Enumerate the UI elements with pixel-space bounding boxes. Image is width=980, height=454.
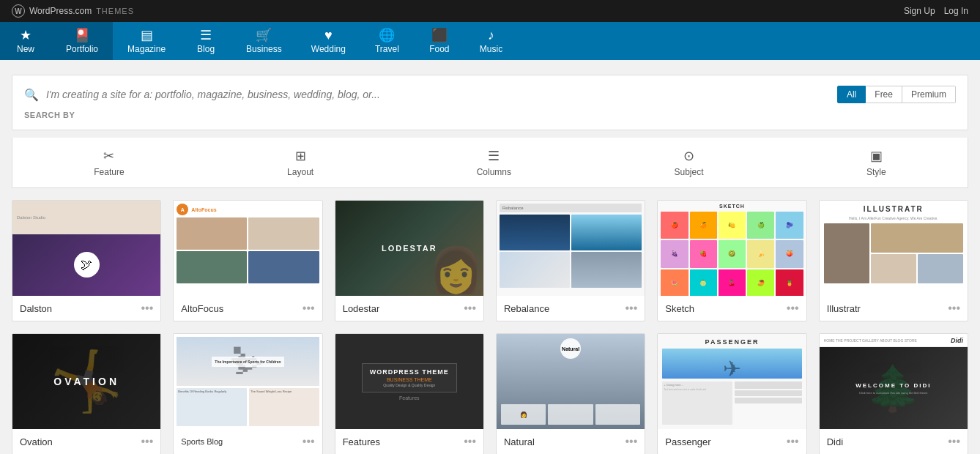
filter-subject-label: Subject (675, 167, 704, 177)
search-area: 🔍 All Free Premium SEARCH BY (12, 75, 968, 130)
style-icon: ▣ (870, 148, 883, 164)
nav-bar: ★ New 🎴 Portfolio ▤ Magazine ☰ Blog 🛒 Bu… (0, 22, 980, 60)
nav-item-portfolio[interactable]: 🎴 Portfolio (51, 22, 113, 60)
didi-hero-text: WELCOME TO DIDI (855, 382, 931, 389)
nav-item-magazine[interactable]: ▤ Magazine (113, 22, 180, 60)
ovation-title: OVATION (53, 376, 119, 387)
nav-label-food: Food (429, 44, 449, 54)
filter-style[interactable]: ▣ Style (844, 145, 908, 180)
theme-more-sports[interactable]: ••• (302, 435, 315, 448)
filter-free-button[interactable]: Free (866, 86, 902, 103)
theme-name-wptheme: Features (343, 436, 380, 447)
nav-item-music[interactable]: ♪ Music (465, 22, 517, 60)
theme-card-sketch[interactable]: SKETCH 🍎🍊🍋🍏🫐 🍇🍓🥝🍌🍑 🍉🍈🍒🥭🍍 🎃🌽🍄🥑🍆 Sketch ••… (657, 200, 806, 321)
wedding-icon: ♥ (324, 29, 333, 42)
brand-name: WordPress.com (29, 6, 92, 16)
theme-card-ovation[interactable]: 🤸 OVATION Ovation ••• (12, 333, 161, 454)
theme-card-wptheme[interactable]: WORDPRESS THEME BUSINESS THEME Quality D… (335, 333, 484, 454)
filter-layout[interactable]: ⊞ Layout (265, 145, 335, 180)
nav-label-music: Music (480, 44, 502, 54)
filter-categories: ✂ Feature ⊞ Layout ☰ Columns ⊙ Subject ▣… (12, 138, 968, 188)
nav-item-wedding[interactable]: ♥ Wedding (297, 22, 360, 60)
filter-all-button[interactable]: All (837, 86, 866, 103)
content-area: 🔍 All Free Premium SEARCH BY ✂ Feature ⊞… (0, 60, 980, 454)
theme-card-altofocus[interactable]: A AltoFocus AltoFocus ••• (173, 200, 322, 321)
filter-feature[interactable]: ✂ Feature (72, 145, 146, 180)
business-icon: 🛒 (256, 29, 272, 42)
signup-link[interactable]: Sign Up (904, 6, 935, 16)
theme-card-passenger[interactable]: PASSENGER ✈ + Going here...Text here and… (657, 333, 806, 454)
brand-suffix: THEMES (96, 7, 134, 15)
filter-style-label: Style (866, 167, 886, 177)
blog-icon: ☰ (200, 29, 212, 42)
nav-item-new[interactable]: ★ New (0, 22, 51, 60)
nav-label-travel: Travel (375, 44, 399, 54)
theme-more-wptheme[interactable]: ••• (464, 435, 476, 448)
theme-more-altofocus[interactable]: ••• (302, 302, 315, 315)
magazine-icon: ▤ (141, 29, 153, 42)
columns-icon: ☰ (488, 148, 500, 164)
nav-label-portfolio: Portfolio (66, 44, 98, 54)
theme-more-sketch[interactable]: ••• (787, 302, 799, 315)
top-bar-brand: W WordPress.com THEMES (12, 4, 134, 18)
theme-more-passenger[interactable]: ••• (787, 435, 799, 448)
nav-label-wedding: Wedding (311, 44, 346, 54)
wordpress-logo: W (12, 4, 25, 18)
theme-more-rebalance[interactable]: ••• (626, 302, 638, 315)
nav-label-new: New (17, 44, 34, 54)
theme-name-dalston: Dalston (20, 303, 52, 314)
star-icon: ★ (20, 29, 31, 42)
filter-columns-label: Columns (477, 167, 511, 177)
theme-name-illustratr: Illustratr (827, 303, 861, 314)
top-bar-auth: Sign Up Log In (904, 6, 968, 16)
theme-card-dalston[interactable]: Dalston Studio 🕊 Dalston ••• (12, 200, 161, 321)
portfolio-icon: 🎴 (74, 29, 90, 42)
theme-card-rebalance[interactable]: Rebalance Rebalance ••• (496, 200, 645, 321)
search-icon: 🔍 (24, 88, 39, 102)
theme-more-ovation[interactable]: ••• (141, 435, 154, 448)
theme-card-lodestar[interactable]: LODESTAR 👩 Lodestar ••• (335, 200, 484, 321)
search-by-label: SEARCH BY (24, 111, 956, 119)
filter-layout-label: Layout (287, 167, 313, 177)
didi-sub-text: Click here to customize this site using … (855, 391, 931, 395)
filter-feature-label: Feature (94, 167, 124, 177)
theme-card-sports[interactable]: ⛷ The Importance of Sports for Children … (173, 333, 322, 454)
search-row: 🔍 All Free Premium (24, 86, 956, 103)
theme-more-didi[interactable]: ••• (948, 435, 960, 448)
music-icon: ♪ (488, 29, 494, 42)
theme-name-altofocus: AltoFocus (181, 303, 223, 314)
theme-name-ovation: Ovation (20, 436, 53, 447)
theme-card-didi[interactable]: HOME THE PROJECT GALLERY ABOUT BLOG STOR… (819, 333, 968, 454)
layout-icon: ⊞ (295, 148, 306, 164)
filter-columns[interactable]: ☰ Columns (455, 145, 533, 180)
login-link[interactable]: Log In (944, 6, 968, 16)
theme-more-dalston[interactable]: ••• (141, 302, 154, 315)
theme-more-natural[interactable]: ••• (626, 435, 638, 448)
nav-item-food[interactable]: ⬛ Food (414, 22, 465, 60)
theme-name-lodestar: Lodestar (343, 303, 380, 314)
filter-premium-button[interactable]: Premium (902, 86, 956, 103)
food-icon: ⬛ (431, 29, 448, 42)
filter-subject[interactable]: ⊙ Subject (653, 145, 726, 180)
nav-item-travel[interactable]: 🌐 Travel (360, 22, 414, 60)
svg-text:W: W (15, 7, 22, 15)
nav-item-blog[interactable]: ☰ Blog (180, 22, 231, 60)
theme-more-illustratr[interactable]: ••• (948, 302, 960, 315)
subject-icon: ⊙ (683, 148, 694, 164)
filter-buttons: All Free Premium (837, 86, 956, 103)
theme-name-sketch: Sketch (665, 303, 694, 314)
theme-grid: Dalston Studio 🕊 Dalston ••• A AltoFocus (12, 200, 968, 454)
theme-more-lodestar[interactable]: ••• (464, 302, 476, 315)
search-input[interactable] (46, 89, 830, 100)
feature-icon: ✂ (103, 148, 114, 164)
top-bar: W WordPress.com THEMES Sign Up Log In (0, 0, 980, 22)
theme-name-didi: Didi (827, 436, 843, 447)
travel-icon: 🌐 (379, 29, 395, 42)
theme-name-sports: Sports Blog (181, 437, 223, 446)
theme-name-rebalance: Rebalance (504, 303, 549, 314)
theme-name-passenger: Passenger (665, 436, 710, 447)
nav-item-business[interactable]: 🛒 Business (231, 22, 297, 60)
theme-card-illustratr[interactable]: ILLUSTRATR Hello, I Am AllerFun Creative… (819, 200, 968, 321)
theme-card-natural[interactable]: Natural 👩 Natural ••• (496, 333, 645, 454)
theme-name-natural: Natural (504, 436, 535, 447)
